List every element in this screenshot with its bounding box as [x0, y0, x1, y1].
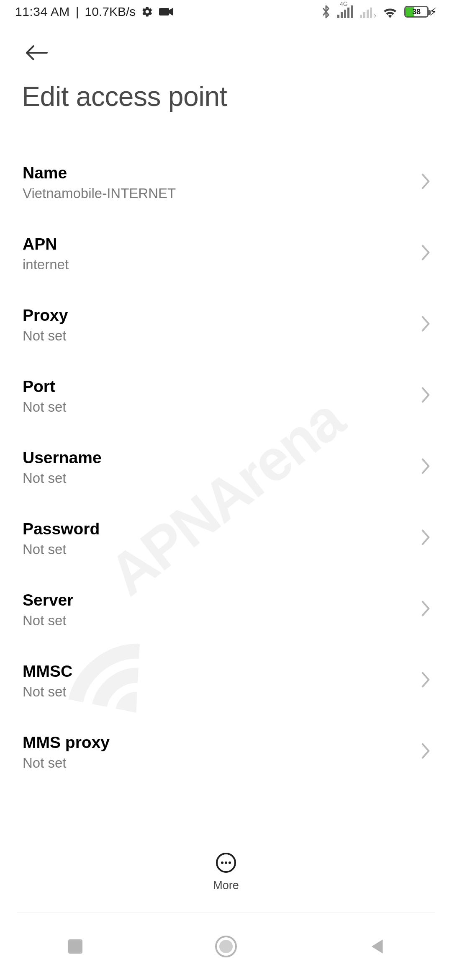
row-value: Not set [23, 542, 413, 557]
row-mmsc[interactable]: MMSC Not set [0, 645, 452, 716]
row-label: Password [23, 519, 413, 539]
page-title: Edit access point [22, 80, 430, 112]
row-label: Server [23, 590, 413, 611]
nav-recents-button[interactable] [38, 930, 113, 963]
row-value: Not set [23, 684, 413, 700]
svg-point-15 [229, 861, 231, 864]
status-bar: 11:34 AM | 10.7KB/s 4G ✕ [0, 0, 452, 23]
row-label: Username [23, 448, 413, 468]
row-label: APN [23, 234, 413, 255]
row-value: Not set [23, 470, 413, 486]
svg-rect-3 [344, 10, 346, 18]
svg-rect-0 [159, 8, 169, 15]
chevron-right-icon [421, 244, 430, 263]
row-value: Not set [23, 399, 413, 415]
row-value: internet [23, 257, 413, 273]
gear-icon [141, 6, 153, 18]
more-label: More [213, 879, 239, 892]
row-port[interactable]: Port Not set [0, 360, 452, 431]
nav-back-button[interactable] [339, 930, 414, 963]
chevron-right-icon [421, 173, 430, 191]
row-server[interactable]: Server Not set [0, 574, 452, 645]
status-right-cluster: 4G ✕ 38 ⚡︎ [321, 5, 437, 19]
svg-text:✕: ✕ [373, 13, 376, 18]
svg-rect-9 [370, 8, 372, 18]
chevron-right-icon [421, 315, 430, 334]
more-button[interactable]: More [213, 852, 239, 892]
svg-rect-7 [363, 12, 365, 18]
battery-indicator: 38 ⚡︎ [404, 5, 437, 18]
back-button[interactable] [22, 40, 430, 73]
signal-4g-icon: 4G [337, 5, 353, 18]
triangle-left-icon [370, 939, 384, 954]
status-left-cluster: 11:34 AM | 10.7KB/s [15, 5, 173, 19]
row-label: Port [23, 377, 413, 397]
clock-text: 11:34 AM [15, 5, 70, 19]
row-apn[interactable]: APN internet [0, 218, 452, 289]
system-nav-bar [0, 913, 452, 980]
signal-nosim-icon: ✕ [360, 5, 376, 18]
row-name[interactable]: Name Vietnamobile-INTERNET [0, 147, 452, 218]
svg-rect-4 [347, 8, 349, 18]
bottom-toolbar: More [0, 831, 452, 913]
fade-overlay [0, 806, 452, 831]
row-value: Vietnamobile-INTERNET [23, 186, 413, 201]
square-icon [68, 939, 82, 954]
row-value: Not set [23, 328, 413, 344]
svg-point-14 [225, 861, 227, 864]
chevron-right-icon [421, 743, 430, 761]
chevron-right-icon [421, 458, 430, 476]
more-icon [216, 852, 236, 875]
svg-rect-5 [351, 5, 353, 18]
camera-icon [159, 7, 173, 17]
chevron-right-icon [421, 671, 430, 690]
chevron-right-icon [421, 387, 430, 405]
row-password[interactable]: Password Not set [0, 503, 452, 574]
wifi-icon [383, 5, 398, 18]
status-separator: | [76, 5, 79, 19]
row-label: MMS proxy [23, 732, 413, 753]
nav-home-button[interactable] [188, 930, 264, 963]
chevron-right-icon [421, 529, 430, 547]
chevron-right-icon [421, 600, 430, 619]
row-value: Not set [23, 755, 413, 771]
row-label: Proxy [23, 305, 413, 326]
row-label: Name [23, 163, 413, 183]
row-label: MMSC [23, 661, 413, 682]
arrow-left-icon [24, 44, 49, 61]
svg-rect-6 [360, 15, 362, 18]
row-username[interactable]: Username Not set [0, 431, 452, 503]
row-mms-proxy[interactable]: MMS proxy Not set [0, 716, 452, 787]
net-speed-text: 10.7KB/s [85, 5, 136, 19]
svg-rect-1 [337, 15, 339, 18]
apn-field-list: Name Vietnamobile-INTERNET APN internet … [0, 147, 452, 787]
svg-point-13 [221, 861, 223, 864]
svg-rect-8 [367, 10, 369, 18]
row-proxy[interactable]: Proxy Not set [0, 289, 452, 360]
row-value: Not set [23, 613, 413, 629]
svg-rect-2 [341, 12, 343, 18]
bluetooth-icon [321, 5, 331, 19]
circle-icon [215, 936, 237, 957]
